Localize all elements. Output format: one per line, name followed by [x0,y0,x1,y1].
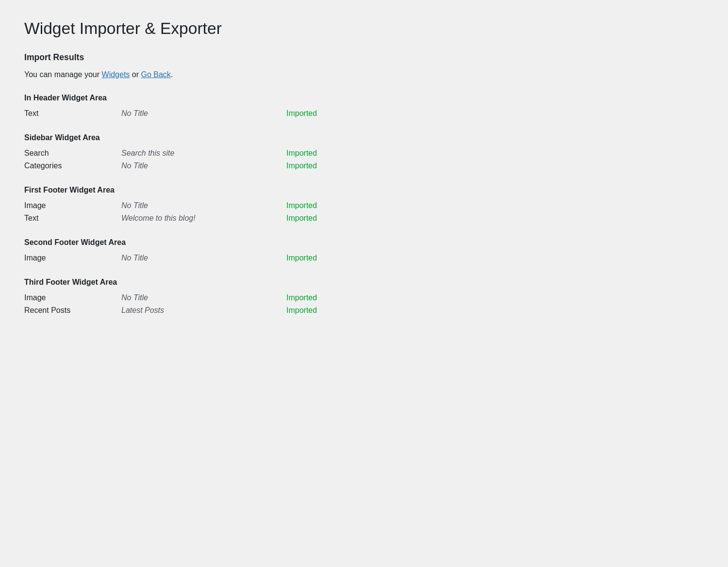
widget-type-label: Text [24,109,121,118]
widget-status-badge: Imported [286,254,317,262]
widget-status-badge: Imported [286,149,317,158]
widget-status-badge: Imported [286,306,317,315]
widget-status-badge: Imported [286,201,317,210]
widget-status-badge: Imported [286,162,317,170]
widget-type-label: Text [24,214,121,223]
table-row: SearchSearch this siteImported [24,147,704,160]
widget-area-title-sidebar: Sidebar Widget Area [24,133,704,142]
table-row: Recent PostsLatest PostsImported [24,304,704,317]
table-row: ImageNo TitleImported [24,292,704,304]
widget-area-sidebar: Sidebar Widget AreaSearchSearch this sit… [24,133,704,172]
widget-type-label: Categories [24,162,121,170]
intro-prefix: You can manage your [24,70,102,79]
widgets-link[interactable]: Widgets [102,70,130,79]
widget-title-label: Latest Posts [121,306,286,315]
widget-status-badge: Imported [286,109,317,118]
widget-area-title-second-footer: Second Footer Widget Area [24,238,704,247]
widget-area-third-footer: Third Footer Widget AreaImageNo TitleImp… [24,278,704,317]
widget-area-title-in-header: In Header Widget Area [24,94,704,102]
widget-title-label: No Title [121,254,286,262]
widget-type-label: Image [24,201,121,210]
widget-area-second-footer: Second Footer Widget AreaImageNo TitleIm… [24,238,704,264]
widget-status-badge: Imported [286,214,317,223]
table-row: TextNo TitleImported [24,107,704,120]
widget-type-label: Image [24,293,121,302]
widget-area-first-footer: First Footer Widget AreaImageNo TitleImp… [24,186,704,225]
widget-title-label: No Title [121,162,286,170]
widget-title-label: Welcome to this blog! [121,214,286,223]
widget-type-label: Image [24,254,121,262]
widget-area-title-third-footer: Third Footer Widget Area [24,278,704,287]
widget-type-label: Search [24,149,121,158]
areas-container: In Header Widget AreaTextNo TitleImporte… [24,94,704,317]
table-row: ImageNo TitleImported [24,199,704,212]
widget-title-label: No Title [121,109,286,118]
widget-area-in-header: In Header Widget AreaTextNo TitleImporte… [24,94,704,120]
widget-type-label: Recent Posts [24,306,121,315]
table-row: TextWelcome to this blog!Imported [24,212,704,225]
table-row: ImageNo TitleImported [24,252,704,264]
table-row: CategoriesNo TitleImported [24,160,704,172]
widget-area-title-first-footer: First Footer Widget Area [24,186,704,194]
widget-title-label: No Title [121,293,286,302]
widget-status-badge: Imported [286,293,317,302]
import-results-heading: Import Results [24,52,704,63]
go-back-link[interactable]: Go Back [141,70,170,79]
intro-paragraph: You can manage your Widgets or Go Back. [24,70,704,79]
intro-suffix: . [171,70,173,79]
widget-title-label: Search this site [121,149,286,158]
widget-title-label: No Title [121,201,286,210]
page-title: Widget Importer & Exporter [24,19,704,38]
intro-middle: or [130,70,141,79]
